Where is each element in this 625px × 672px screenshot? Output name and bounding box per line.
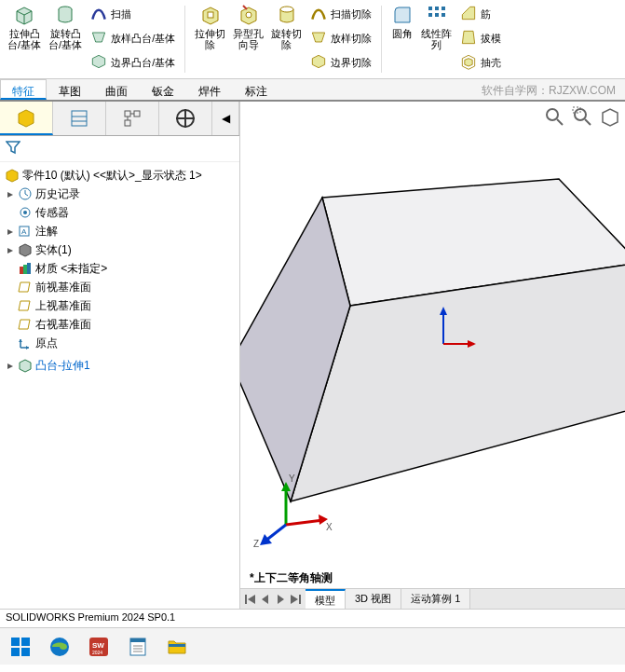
svg-point-29 — [547, 109, 558, 120]
boundary-boss-button[interactable]: 边界凸台/基体 — [86, 50, 179, 75]
tab-annotate[interactable]: 标注 — [233, 79, 279, 100]
svg-line-32 — [585, 119, 591, 125]
chevron-left-icon: ◀ — [222, 112, 230, 125]
expand-icon[interactable]: ▸ — [4, 185, 17, 202]
linear-pattern-button[interactable]: 线性阵 列 — [417, 2, 455, 52]
svg-rect-47 — [21, 648, 30, 656]
svg-text:2024: 2024 — [92, 650, 102, 655]
svg-rect-7 — [428, 13, 432, 17]
edge-browser-icon[interactable] — [47, 634, 73, 660]
svg-rect-9 — [442, 13, 445, 17]
panel-tab-property[interactable] — [53, 102, 106, 135]
svg-rect-4 — [428, 7, 432, 10]
svg-rect-6 — [442, 7, 445, 10]
sweep-button[interactable]: 扫描 — [86, 2, 179, 26]
feature-tree: 零件10 (默认) <<默认>_显示状态 1> ▸ 历史记录 传感器 ▸ A 注… — [0, 162, 239, 609]
forward-icon[interactable] — [289, 593, 302, 606]
fillet-button[interactable]: 圆角 — [387, 2, 417, 41]
loft-boss-button[interactable]: 放样凸台/基体 — [86, 26, 179, 50]
next-icon[interactable] — [274, 593, 287, 606]
zoom-fit-icon[interactable] — [543, 105, 565, 128]
expand-icon[interactable]: ▸ — [4, 357, 17, 374]
filter-icon[interactable] — [6, 140, 20, 155]
svg-rect-15 — [125, 120, 130, 126]
tree-annotations[interactable]: ▸ A 注解 — [2, 222, 238, 240]
tree-root[interactable]: 零件10 (默认) <<默认>_显示状态 1> — [2, 166, 238, 185]
axis-triad[interactable]: Y X Z — [253, 469, 337, 553]
panel-tab-dimxpert[interactable] — [159, 102, 212, 135]
panel-tab-config[interactable] — [106, 102, 159, 135]
svg-rect-44 — [11, 638, 20, 646]
svg-rect-10 — [72, 111, 87, 126]
shell-button[interactable]: 抽壳 — [455, 50, 505, 75]
view-orientation-label: *上下二等角轴测 — [250, 570, 333, 586]
explorer-icon[interactable] — [164, 634, 190, 660]
extrude-cut-button[interactable]: 拉伸切 除 — [191, 2, 229, 52]
svg-rect-57 — [169, 644, 185, 647]
tree-solid-bodies[interactable]: ▸ 实体(1) — [2, 240, 238, 259]
bottom-tab-3dview[interactable]: 3D 视图 — [346, 589, 401, 609]
revolve-cut-button[interactable]: 旋转切 除 — [267, 2, 306, 52]
svg-rect-1 — [208, 12, 213, 18]
tab-weldments[interactable]: 焊件 — [186, 79, 233, 100]
svg-rect-43 — [299, 595, 301, 604]
svg-rect-27 — [23, 265, 27, 274]
zoom-area-icon[interactable] — [571, 105, 593, 128]
extrude-boss-button[interactable]: 拉伸凸 台/基体 — [4, 2, 45, 52]
hole-wizard-button[interactable]: 异型孔 向导 — [229, 2, 267, 52]
svg-text:A: A — [21, 227, 27, 236]
rib-button[interactable]: 筋 — [455, 2, 505, 26]
tab-surfaces[interactable]: 曲面 — [93, 79, 140, 100]
expand-icon[interactable]: ▸ — [4, 241, 17, 258]
svg-rect-26 — [20, 267, 23, 274]
watermark-text: 软件自学网：RJZXW.COM — [472, 79, 625, 100]
svg-rect-5 — [435, 7, 439, 10]
draft-button[interactable]: 拔模 — [455, 26, 505, 50]
tree-history[interactable]: ▸ 历史记录 — [2, 185, 238, 203]
boundary-cut-button[interactable]: 边界切除 — [306, 50, 375, 75]
start-button[interactable] — [7, 634, 34, 660]
svg-rect-42 — [245, 595, 247, 604]
view-orientation-icon[interactable] — [599, 105, 621, 128]
graphics-viewport[interactable]: Y X Z *上下二等角轴测 模型 3D 视图 运动算例 1 — [240, 102, 625, 609]
expand-icon[interactable]: ▸ — [4, 223, 17, 240]
svg-point-23 — [23, 211, 27, 214]
panel-tab-feature-tree[interactable] — [0, 102, 53, 135]
revolve-boss-button[interactable]: 旋转凸 台/基体 — [45, 2, 86, 52]
notepad-icon[interactable] — [125, 634, 151, 660]
svg-rect-46 — [11, 648, 20, 656]
tree-top-plane[interactable]: 上视基准面 — [2, 296, 238, 315]
tab-sheetmetal[interactable]: 钣金 — [140, 79, 186, 100]
tab-sketch[interactable]: 草图 — [47, 79, 93, 100]
taskbar: SW2024 — [0, 627, 625, 665]
bottom-tab-motion[interactable]: 运动算例 1 — [401, 589, 470, 609]
svg-point-2 — [246, 12, 251, 18]
bottom-tab-bar: 模型 3D 视图 运动算例 1 — [240, 588, 625, 609]
tree-origin[interactable]: 原点 — [2, 334, 238, 352]
rewind-icon[interactable] — [244, 593, 257, 606]
tree-front-plane[interactable]: 前视基准面 — [2, 278, 238, 296]
svg-rect-8 — [435, 13, 439, 17]
svg-rect-45 — [21, 638, 30, 646]
svg-text:Y: Y — [289, 473, 295, 484]
tree-boss-extrude1[interactable]: ▸ 凸台-拉伸1 — [2, 356, 238, 375]
tab-features[interactable]: 特征 — [0, 79, 47, 100]
svg-rect-14 — [134, 111, 140, 117]
svg-rect-53 — [130, 638, 145, 642]
tree-sensors[interactable]: 传感器 — [2, 203, 238, 222]
loft-cut-button[interactable]: 放样切除 — [306, 26, 375, 50]
tree-right-plane[interactable]: 右视基准面 — [2, 315, 238, 334]
bottom-tab-model[interactable]: 模型 — [306, 589, 346, 609]
svg-text:SW: SW — [92, 641, 104, 650]
svg-point-31 — [575, 109, 586, 120]
prev-icon[interactable] — [259, 593, 272, 606]
svg-line-30 — [557, 119, 563, 125]
solidworks-app-icon[interactable]: SW2024 — [86, 634, 112, 660]
svg-rect-28 — [27, 263, 31, 274]
sweep-cut-button[interactable]: 扫描切除 — [306, 2, 375, 26]
feature-manager-panel: ◀ 零件10 (默认) <<默认>_显示状态 1> ▸ 历史记录 传感器 ▸ — [0, 102, 240, 609]
tree-material[interactable]: 材质 <未指定> — [2, 259, 238, 278]
svg-text:Z: Z — [253, 539, 259, 549]
panel-tab-more[interactable]: ◀ — [212, 102, 239, 135]
feature-tab-bar: 特征 草图 曲面 钣金 焊件 标注 软件自学网：RJZXW.COM — [0, 79, 625, 102]
